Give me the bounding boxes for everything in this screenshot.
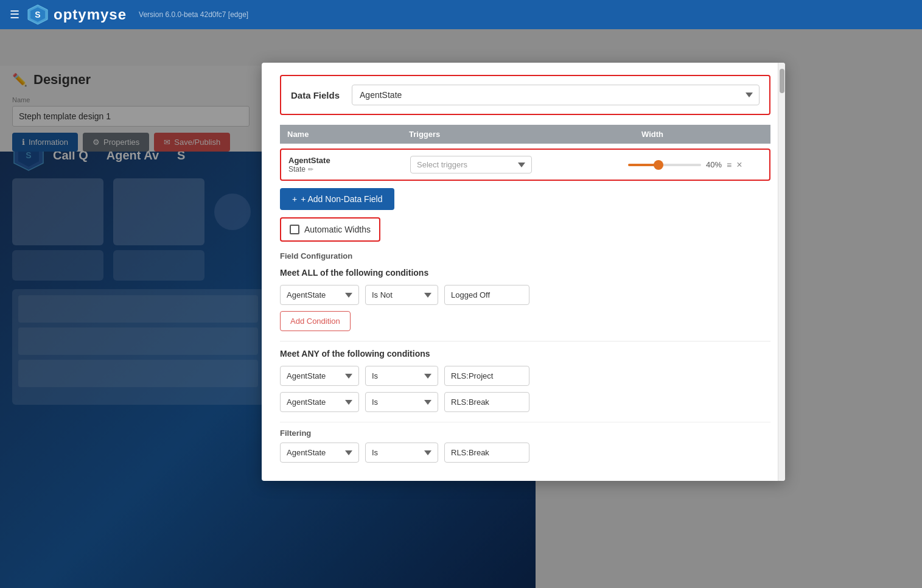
condition-value-input-all-1[interactable] [444, 285, 529, 305]
condition-value-input-any-1[interactable] [444, 366, 529, 386]
automatic-widths-label: Automatic Widths [304, 225, 371, 234]
section-divider [280, 341, 770, 341]
menu-icon[interactable]: ☰ [10, 8, 19, 21]
version-text: Version 6.0.0-beta 42d0fc7 [edge] [139, 10, 248, 19]
data-fields-section: Data Fields AgentState [280, 75, 770, 115]
modal-scrollbar[interactable] [778, 63, 785, 481]
field-name-text: AgentState [288, 156, 410, 165]
add-non-data-field-button[interactable]: + + Add Non-Data Field [280, 188, 394, 210]
main-area: ✏️ Designer Name ℹ Information ⚙ Propert… [0, 29, 922, 588]
condition-field-select-any-1[interactable]: AgentState [280, 366, 359, 386]
data-fields-label: Data Fields [291, 90, 340, 100]
add-condition-button-all[interactable]: Add Condition [280, 311, 351, 331]
col-width-header: Width [641, 130, 763, 139]
plus-icon: + [292, 194, 297, 204]
edit-icon[interactable]: ✏ [308, 166, 313, 173]
field-row: AgentState State ✏ Select triggers 40% ≡… [280, 149, 770, 181]
triggers-cell: Select triggers [410, 156, 628, 173]
condition-row-any-1: AgentState Is [280, 366, 770, 386]
meet-all-section: Meet ALL of the following conditions Age… [280, 268, 770, 331]
svg-text:S: S [35, 10, 40, 19]
filtering-label: Filtering [280, 422, 770, 438]
condition-operator-select-all-1[interactable]: Is Not [365, 285, 438, 305]
condition-field-select-any-2[interactable]: AgentState [280, 392, 359, 412]
condition-operator-select-any-2[interactable]: Is [365, 392, 438, 412]
field-configuration-label: Field Configuration [280, 251, 770, 261]
triggers-select[interactable]: Select triggers [410, 156, 532, 173]
meet-any-title: Meet ANY of the following conditions [280, 349, 770, 359]
width-control: 40% ≡ × [628, 159, 762, 170]
field-state-text: State ✏ [288, 165, 410, 173]
condition-value-input-filter-1[interactable] [444, 443, 529, 463]
condition-row-any-2: AgentState Is [280, 392, 770, 412]
width-slider[interactable] [628, 164, 701, 166]
field-name-box: AgentState State ✏ [288, 156, 410, 173]
condition-row-filter-1: AgentState Is [280, 443, 770, 463]
col-name-header: Name [287, 130, 409, 139]
condition-value-input-any-2[interactable] [444, 392, 529, 412]
width-menu-icon[interactable]: ≡ [727, 160, 732, 170]
meet-all-title: Meet ALL of the following conditions [280, 268, 770, 278]
condition-operator-select-filter-1[interactable]: Is [365, 443, 438, 463]
logo-icon: S [27, 4, 49, 26]
modal: Data Fields AgentState Name Triggers Wid… [262, 63, 785, 481]
meet-any-section: Meet ANY of the following conditions Age… [280, 349, 770, 412]
table-header: Name Triggers Width [280, 125, 770, 144]
field-configuration-area: + + Add Non-Data Field [280, 188, 770, 210]
topbar: ☰ S OPTYMYSE Version 6.0.0-beta 42d0fc7 … [0, 0, 922, 29]
condition-operator-select-any-1[interactable]: Is [365, 366, 438, 386]
condition-field-select-all-1[interactable]: AgentState [280, 285, 359, 305]
automatic-widths-container[interactable]: Automatic Widths [280, 217, 380, 242]
app-name: OPTYMYSE [54, 6, 127, 23]
col-triggers-header: Triggers [409, 130, 641, 139]
automatic-widths-checkbox[interactable] [290, 225, 299, 234]
width-value: 40% [706, 160, 722, 169]
condition-row-all-1: AgentState Is Not [280, 285, 770, 305]
scrollbar-thumb[interactable] [780, 69, 784, 93]
condition-field-select-filter-1[interactable]: AgentState [280, 443, 359, 463]
logo: S OPTYMYSE [27, 4, 127, 26]
width-close-icon[interactable]: × [736, 159, 742, 170]
data-fields-select[interactable]: AgentState [352, 85, 760, 105]
